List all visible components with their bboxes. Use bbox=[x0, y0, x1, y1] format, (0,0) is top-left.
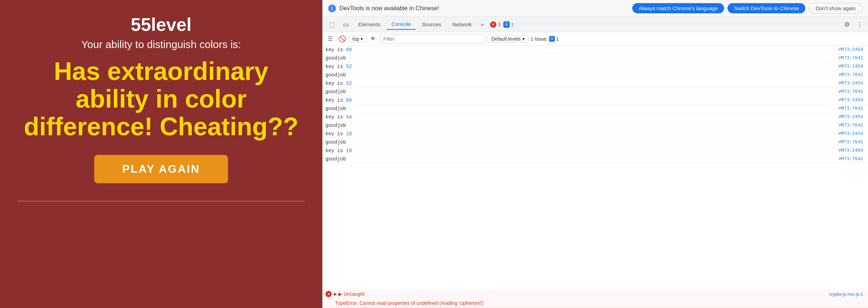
issue-count: 1 bbox=[556, 36, 559, 42]
log-source-link[interactable]: VM73:7641 bbox=[839, 123, 863, 128]
log-text: key is 44 bbox=[325, 114, 839, 120]
issue-label: 1 Issue: bbox=[531, 36, 548, 42]
console-log-row: goodjobVM73:7641 bbox=[323, 155, 868, 163]
log-source-link[interactable]: VM73:2454 bbox=[839, 131, 863, 136]
console-log-row: key is 32VM73:2454 bbox=[323, 79, 868, 88]
console-log-row: key is 18VM73:2454 bbox=[323, 130, 868, 138]
log-source-link[interactable]: VM73:7641 bbox=[839, 55, 863, 61]
log-text: key is 68 bbox=[325, 47, 839, 53]
log-text: goodjob bbox=[325, 89, 839, 95]
log-text: key is 18 bbox=[325, 131, 839, 137]
notification-text: DevTools is now available in Chinese! bbox=[339, 5, 629, 12]
error-count-badge: ✕ 3 bbox=[490, 21, 501, 28]
log-text: goodjob bbox=[325, 55, 839, 61]
log-source-link[interactable]: VM73:7641 bbox=[839, 89, 863, 94]
tab-more-button[interactable]: » bbox=[478, 20, 487, 29]
log-source-link[interactable]: VM73:2454 bbox=[839, 97, 863, 103]
dont-show-button[interactable]: Don't show again bbox=[809, 3, 862, 14]
type-error-text: TypeError: Cannot read properties of und… bbox=[335, 300, 865, 306]
game-result: Has extraordinary ability in color diffe… bbox=[0, 57, 322, 141]
tab-console[interactable]: Console bbox=[387, 19, 416, 30]
levels-dropdown[interactable]: Default levels ▾ bbox=[487, 35, 528, 43]
console-log-row: goodjobVM73:7641 bbox=[323, 121, 868, 130]
eye-icon[interactable]: 👁 bbox=[368, 34, 378, 44]
info-icon: i bbox=[328, 5, 336, 12]
console-log-row: goodjobVM73:7641 bbox=[323, 104, 868, 113]
log-source-link[interactable]: VM73:2454 bbox=[839, 81, 863, 86]
msg-count: 1 bbox=[511, 22, 514, 27]
game-title: 55level bbox=[131, 14, 192, 35]
console-log-row: goodjobVM73:7641 bbox=[323, 88, 868, 96]
log-source-link[interactable]: VM73:2454 bbox=[839, 47, 863, 52]
inspect-element-icon[interactable]: ⬚ bbox=[325, 18, 338, 31]
console-log-row: goodjobVM73:7641 bbox=[323, 71, 868, 79]
tab-network[interactable]: Network bbox=[448, 19, 477, 29]
clear-console-icon[interactable]: 🚫 bbox=[337, 34, 347, 44]
levels-label: Default levels bbox=[491, 36, 521, 42]
console-log-row: key is 68VM73:2454 bbox=[323, 46, 868, 54]
console-log-row: goodjobVM73:7641 bbox=[323, 138, 868, 146]
log-source-link[interactable]: VM73:7641 bbox=[839, 106, 863, 111]
log-source-link[interactable]: VM73:7641 bbox=[839, 156, 863, 162]
issue-badge: 1 Issue: ☰ 1 bbox=[531, 36, 559, 42]
console-log-row: key is 66VM73:2454 bbox=[323, 96, 868, 104]
context-selector[interactable]: top ▾ bbox=[349, 35, 366, 43]
type-error-row: TypeError: Cannot read properties of und… bbox=[323, 299, 868, 308]
console-log-row: key is 52VM73:2454 bbox=[323, 62, 868, 71]
uncaught-error-row: ✕ ▶ ▶ Uncaught crypto-js.min.js:1 bbox=[323, 289, 868, 299]
error-icon: ✕ bbox=[490, 21, 496, 28]
uncaught-error-container: ✕ ▶ ▶ Uncaught crypto-js.min.js:1 TypeEr… bbox=[323, 289, 868, 308]
log-source-link[interactable]: VM73:7641 bbox=[839, 72, 863, 77]
log-source-link[interactable]: VM73:2454 bbox=[839, 64, 863, 69]
console-log-row: key is 18VM73:2454 bbox=[323, 146, 868, 155]
log-text: key is 18 bbox=[325, 148, 839, 153]
console-log-row: key is 44VM73:2454 bbox=[323, 113, 868, 121]
error-source-link[interactable]: crypto-js.min.js:1 bbox=[829, 292, 863, 297]
console-toolbar: ☰ 🚫 top ▾ 👁 Default levels ▾ 1 Issue: ☰ … bbox=[323, 32, 868, 46]
log-source-link[interactable]: VM73:7641 bbox=[839, 139, 863, 145]
game-panel: 55level Your ability to distinguish colo… bbox=[0, 0, 322, 308]
issue-icon: ☰ bbox=[549, 36, 555, 42]
message-icon: ☰ bbox=[503, 21, 510, 28]
section-divider bbox=[18, 201, 305, 201]
devtools-notification-bar: i DevTools is now available in Chinese! … bbox=[323, 0, 868, 17]
log-text: key is 66 bbox=[325, 97, 839, 103]
log-text: key is 32 bbox=[325, 81, 839, 86]
always-match-button[interactable]: Always match Chrome's language bbox=[632, 3, 724, 13]
log-text: goodjob bbox=[325, 139, 839, 145]
sidebar-toggle-icon[interactable]: ☰ bbox=[325, 34, 335, 44]
switch-devtools-button[interactable]: Switch DevTools to Chinese bbox=[728, 3, 805, 13]
message-count-badge: ☰ 1 bbox=[503, 21, 514, 28]
uncaught-label: ▶ Uncaught bbox=[338, 291, 829, 297]
console-log-area: key is 68VM73:2454goodjobVM73:7641key is… bbox=[323, 46, 868, 289]
more-options-icon[interactable]: ⋮ bbox=[854, 19, 865, 30]
devtools-tabs-bar: ⬚ ▭ Elements Console Sources Network » ✕… bbox=[323, 17, 868, 32]
chevron-down-icon: ▾ bbox=[360, 36, 363, 42]
settings-icon[interactable]: ⚙ bbox=[841, 19, 853, 30]
log-source-link[interactable]: VM73:2454 bbox=[839, 148, 863, 153]
chevron-down-icon: ▾ bbox=[522, 36, 525, 42]
tab-elements[interactable]: Elements bbox=[353, 19, 385, 29]
log-source-link[interactable]: VM73:2454 bbox=[839, 114, 863, 119]
devtools-panel: i DevTools is now available in Chinese! … bbox=[322, 0, 868, 308]
play-again-button[interactable]: PLAY AGAIN bbox=[94, 155, 228, 183]
game-subtitle: Your ability to distinguish colors is: bbox=[81, 39, 241, 50]
filter-input[interactable] bbox=[380, 34, 485, 43]
error-count: 3 bbox=[498, 22, 501, 27]
expand-icon[interactable]: ▶ bbox=[334, 292, 337, 296]
device-toolbar-icon[interactable]: ▭ bbox=[339, 18, 352, 31]
log-text: goodjob bbox=[325, 123, 839, 128]
console-log-row: goodjobVM73:7641 bbox=[323, 54, 868, 62]
log-text: goodjob bbox=[325, 156, 839, 162]
error-icon: ✕ bbox=[325, 291, 332, 297]
tab-sources[interactable]: Sources bbox=[417, 19, 446, 29]
log-text: goodjob bbox=[325, 72, 839, 78]
log-text: goodjob bbox=[325, 106, 839, 111]
context-value: top bbox=[352, 36, 359, 42]
log-text: key is 52 bbox=[325, 64, 839, 69]
